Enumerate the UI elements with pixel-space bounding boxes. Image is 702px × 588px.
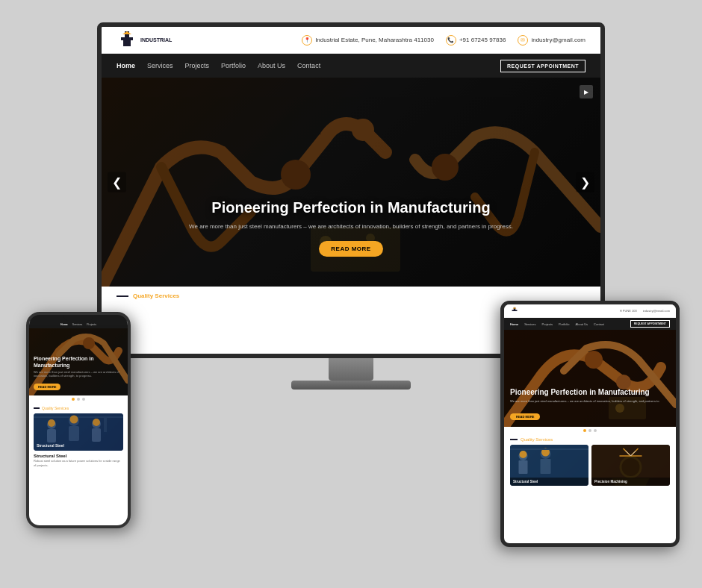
- email-text: industry@gmail.com: [531, 37, 585, 43]
- svg-rect-16: [69, 426, 79, 441]
- svg-point-36: [520, 451, 527, 458]
- hero-subtitle: We are more than just steel manufacturer…: [146, 222, 556, 231]
- nav-about[interactable]: About Us: [258, 60, 285, 71]
- phone-nav-services: Services: [72, 323, 82, 326]
- hero-next-arrow[interactable]: ❯: [576, 172, 594, 193]
- tablet-machining-label: Precision Machining: [591, 478, 670, 486]
- svg-rect-20: [104, 417, 107, 432]
- tablet-screen: H PUNE 100 industry@email.com Home Servi…: [504, 304, 676, 543]
- phone-screen: Home Services Projects Pioneering Perfec…: [29, 321, 128, 525]
- nav-portfolio[interactable]: Portfolio: [221, 60, 246, 71]
- phone-hero-content: Pioneering Perfection in Manufacturing W…: [34, 355, 123, 391]
- tablet-navbar: Home Services Projects Portfolio About U…: [504, 318, 676, 330]
- logo: INDUSTRIAL: [117, 30, 172, 51]
- tablet-nav-links: Home Services Projects Portfolio About U…: [510, 322, 604, 326]
- tablet-nav-home[interactable]: Home: [510, 322, 518, 326]
- tablet-services: Quality Services: [504, 434, 676, 489]
- svg-point-30: [616, 375, 631, 390]
- tablet-appointment-button[interactable]: REQUEST APPOINTMENT: [630, 320, 670, 328]
- phone-services-highlight: Services: [55, 406, 69, 410]
- read-more-button[interactable]: READ MORE: [319, 241, 382, 257]
- phone-navbar: Home Services Projects: [29, 321, 128, 328]
- nav-home[interactable]: Home: [117, 60, 135, 71]
- phone-service-title: Structural Steel: [34, 454, 123, 458]
- phone-text: +91 67245 97836: [459, 37, 506, 43]
- logo-icon: [117, 30, 137, 51]
- phone-nav-links: Home Services Projects: [60, 323, 96, 326]
- phone-hero: Pioneering Perfection in Manufacturing W…: [29, 328, 128, 395]
- tablet-hero-title: Pioneering Perfection in Manufacturing: [510, 388, 659, 397]
- address-info: 📍 Industrial Estate, Pune, Maharashtra 4…: [302, 35, 434, 46]
- tablet-slider-dots: [504, 427, 676, 434]
- nav-services[interactable]: Services: [147, 60, 173, 71]
- hero-play-button[interactable]: ▶: [580, 85, 593, 98]
- tablet-logo: [510, 307, 519, 316]
- tablet-services-highlight: Services: [535, 437, 553, 442]
- tablet-nav-projects[interactable]: Projects: [541, 322, 552, 326]
- nav-projects[interactable]: Projects: [185, 60, 210, 71]
- tablet-read-more-button[interactable]: READ MORE: [510, 413, 540, 420]
- tablet-mockup: H PUNE 100 industry@email.com Home Servi…: [500, 301, 680, 547]
- nav-links: Home Services Projects Portfolio About U…: [117, 60, 320, 71]
- phone-structural-steel-label: Structural Steel: [37, 443, 64, 448]
- phone-slider-dots: [29, 395, 128, 403]
- svg-rect-2: [121, 37, 133, 40]
- phone-hero-title: Pioneering Perfection in Manufacturing: [34, 355, 123, 369]
- tablet-hero-subtitle: We are more than just steel manufacturer…: [510, 399, 659, 404]
- top-bar-info: 📍 Industrial Estate, Pune, Maharashtra 4…: [302, 35, 585, 46]
- email-info: ✉ industry@gmail.com: [518, 35, 585, 46]
- phone-info: 📞 +91 67245 97836: [446, 35, 506, 46]
- phone-service-desc: Robust steel solution as a future power …: [34, 459, 123, 467]
- monitor-base: [291, 381, 411, 390]
- svg-point-23: [93, 419, 100, 426]
- phone-icon: 📞: [446, 35, 456, 46]
- tablet-structural-label: Structural Steel: [510, 478, 588, 486]
- tablet-services-header: Quality Services: [510, 437, 670, 442]
- phone-service-card: Structural Steel: [34, 413, 123, 451]
- request-appointment-button[interactable]: REQUEST APPOINTMENT: [500, 60, 585, 72]
- tablet-card-machining: Precision Machining: [591, 445, 670, 486]
- nav-contact[interactable]: Contact: [297, 60, 320, 71]
- hero-content: Pioneering Perfection in Manufacturing W…: [102, 199, 600, 257]
- svg-point-21: [48, 419, 55, 427]
- address-text: Industrial Estate, Pune, Maharashtra 411…: [315, 37, 434, 43]
- tablet-services-label: Quality Services: [521, 437, 553, 442]
- hero-title: Pioneering Perfection in Manufacturing: [146, 199, 556, 216]
- phone-nav-home: Home: [60, 323, 68, 326]
- tablet-email: industry@email.com: [643, 309, 670, 313]
- phone-read-more-button[interactable]: READ MORE: [34, 384, 60, 390]
- tablet-nav-services[interactable]: Services: [524, 322, 535, 326]
- tablet-contact-info: H PUNE 100 industry@email.com: [620, 309, 670, 313]
- svg-rect-3: [123, 40, 131, 46]
- scene: INDUSTRIAL 📍 Industrial Estate, Pune, Ma…: [0, 0, 702, 588]
- tablet-top-bar: H PUNE 100 industry@email.com: [504, 304, 676, 318]
- hero-section: Pioneering Perfection in Manufacturing W…: [102, 78, 600, 287]
- hero-prev-arrow[interactable]: ❮: [108, 172, 126, 193]
- phone-nav-projects: Projects: [87, 323, 96, 326]
- services-divider: [117, 295, 128, 297]
- tablet-nav-portfolio[interactable]: Portfolio: [559, 322, 570, 326]
- top-bar: INDUSTRIAL 📍 Industrial Estate, Pune, Ma…: [102, 27, 600, 54]
- svg-rect-26: [512, 310, 518, 311]
- svg-point-22: [70, 416, 78, 424]
- tablet-nav-contact[interactable]: Contact: [594, 322, 604, 326]
- dot-1: [72, 398, 75, 401]
- services-header: Quality Services: [117, 293, 585, 299]
- services-label: Quality Services: [133, 293, 179, 299]
- phone-services-label: Quality Services: [42, 406, 69, 410]
- phone-services-header: Quality Services: [34, 406, 123, 410]
- tablet-hero: Pioneering Perfection in Manufacturing W…: [504, 330, 676, 427]
- dot-3: [82, 398, 85, 401]
- svg-rect-18: [92, 428, 101, 442]
- svg-rect-35: [519, 460, 528, 474]
- services-highlight: Services: [155, 293, 179, 299]
- svg-point-49: [622, 458, 640, 476]
- tablet-dot-3: [594, 429, 597, 432]
- tablet-services-line: [510, 439, 518, 440]
- phone-services-text: Quality: [42, 406, 54, 410]
- tablet-nav-about[interactable]: About Us: [576, 322, 588, 326]
- services-label-text: Quality: [133, 293, 153, 299]
- logo-text: INDUSTRIAL: [140, 37, 172, 43]
- navbar: Home Services Projects Portfolio About U…: [102, 54, 600, 78]
- tablet-services-text: Quality: [521, 437, 535, 442]
